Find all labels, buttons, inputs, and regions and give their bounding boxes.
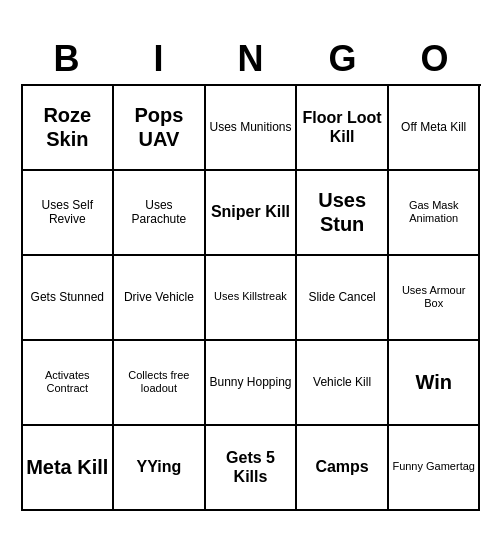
- cell-r1-c4: Gas Mask Animation: [389, 171, 481, 256]
- cell-text-r4-c2: Gets 5 Kills: [209, 448, 293, 486]
- header-letter-B: B: [21, 34, 113, 84]
- cell-r1-c3: Uses Stun: [297, 171, 389, 256]
- cell-text-r2-c4: Uses Armour Box: [392, 284, 476, 310]
- cell-r3-c0: Activates Contract: [23, 341, 115, 426]
- cell-text-r3-c2: Bunny Hopping: [209, 375, 291, 389]
- cell-text-r3-c3: Vehicle Kill: [313, 375, 371, 389]
- cell-text-r3-c1: Collects free loadout: [117, 369, 201, 395]
- cell-text-r1-c4: Gas Mask Animation: [392, 199, 476, 225]
- cell-r2-c4: Uses Armour Box: [389, 256, 481, 341]
- cell-r2-c3: Slide Cancel: [297, 256, 389, 341]
- cell-r1-c0: Uses Self Revive: [23, 171, 115, 256]
- cell-r2-c2: Uses Killstreak: [206, 256, 298, 341]
- cell-r3-c3: Vehicle Kill: [297, 341, 389, 426]
- cell-text-r0-c2: Uses Munitions: [209, 120, 291, 134]
- cell-r4-c4: Funny Gamertag: [389, 426, 481, 511]
- cell-text-r2-c1: Drive Vehicle: [124, 290, 194, 304]
- cell-text-r4-c3: Camps: [315, 457, 368, 476]
- cell-r3-c2: Bunny Hopping: [206, 341, 298, 426]
- bingo-grid: Roze SkinPops UAVUses MunitionsFloor Loo…: [21, 84, 481, 511]
- header-letter-N: N: [205, 34, 297, 84]
- cell-text-r4-c4: Funny Gamertag: [392, 460, 475, 473]
- cell-text-r0-c0: Roze Skin: [26, 103, 110, 151]
- cell-text-r4-c0: Meta Kill: [26, 455, 108, 479]
- bingo-card: BINGO Roze SkinPops UAVUses MunitionsFlo…: [11, 24, 491, 521]
- cell-r0-c1: Pops UAV: [114, 86, 206, 171]
- cell-r3-c4: Win: [389, 341, 481, 426]
- header-letter-O: O: [389, 34, 481, 84]
- cell-text-r1-c3: Uses Stun: [300, 188, 384, 236]
- cell-r2-c1: Drive Vehicle: [114, 256, 206, 341]
- cell-r0-c4: Off Meta Kill: [389, 86, 481, 171]
- cell-text-r1-c0: Uses Self Revive: [26, 198, 110, 227]
- cell-r0-c3: Floor Loot Kill: [297, 86, 389, 171]
- header-letter-I: I: [113, 34, 205, 84]
- cell-r0-c0: Roze Skin: [23, 86, 115, 171]
- cell-r4-c0: Meta Kill: [23, 426, 115, 511]
- header-letter-G: G: [297, 34, 389, 84]
- cell-text-r2-c2: Uses Killstreak: [214, 290, 287, 303]
- cell-r4-c1: YYing: [114, 426, 206, 511]
- cell-r4-c2: Gets 5 Kills: [206, 426, 298, 511]
- cell-r1-c1: Uses Parachute: [114, 171, 206, 256]
- cell-text-r1-c2: Sniper Kill: [211, 202, 290, 221]
- cell-r1-c2: Sniper Kill: [206, 171, 298, 256]
- cell-text-r4-c1: YYing: [137, 457, 182, 476]
- cell-text-r3-c0: Activates Contract: [26, 369, 110, 395]
- cell-text-r2-c0: Gets Stunned: [31, 290, 104, 304]
- cell-text-r0-c4: Off Meta Kill: [401, 120, 466, 134]
- cell-r4-c3: Camps: [297, 426, 389, 511]
- cell-r2-c0: Gets Stunned: [23, 256, 115, 341]
- bingo-letters: BINGO: [21, 34, 481, 84]
- cell-text-r2-c3: Slide Cancel: [308, 290, 375, 304]
- cell-r0-c2: Uses Munitions: [206, 86, 298, 171]
- cell-text-r0-c3: Floor Loot Kill: [300, 108, 384, 146]
- cell-text-r1-c1: Uses Parachute: [117, 198, 201, 227]
- cell-r3-c1: Collects free loadout: [114, 341, 206, 426]
- cell-text-r0-c1: Pops UAV: [117, 103, 201, 151]
- cell-text-r3-c4: Win: [415, 370, 451, 394]
